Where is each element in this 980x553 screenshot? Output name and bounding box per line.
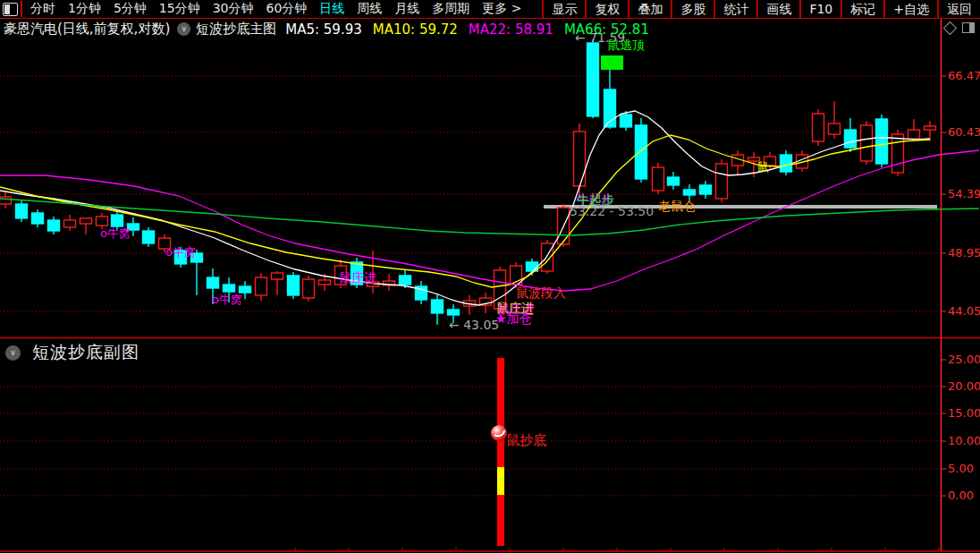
chevron-down-icon[interactable]: ∨	[177, 22, 190, 36]
window-icon[interactable]	[3, 3, 18, 16]
sub-chart-plot-area[interactable]	[0, 353, 941, 551]
y-axis-label: 60.43	[948, 125, 980, 139]
timeframe-nav: 分时1分钟5分钟15分钟30分钟60分钟日线周线月线多周期更多 >	[24, 1, 528, 17]
timeframe-item-月线[interactable]: 月线	[388, 1, 426, 17]
toolbar-button-显示[interactable]: 显示	[542, 0, 585, 18]
toolbar-button-画线[interactable]: 画线	[756, 0, 799, 18]
timeframe-item-60分钟[interactable]: 60分钟	[260, 1, 314, 17]
panel-layout-icon[interactable]	[962, 22, 975, 33]
main-chart-plot-area[interactable]	[0, 38, 941, 337]
window-icon-fill	[4, 4, 10, 14]
toolbar-button-复权[interactable]: 复权	[585, 0, 628, 18]
y-axis-label: 0.00	[948, 489, 974, 502]
chart-canvas: 66.4760.4354.3948.9544.05← 71.59鼠逃顶o牛窝o牛…	[0, 0, 980, 553]
timeframe-item-周线[interactable]: 周线	[351, 1, 388, 17]
y-axis-label: 48.95	[948, 246, 980, 259]
stock-title: 豪恩汽电(日线,前复权,对数)	[4, 21, 170, 38]
timeframe-item-5分钟[interactable]: 5分钟	[107, 1, 153, 17]
ma-label-MA22: MA22: 58.91	[469, 21, 553, 38]
y-axis-label: 54.39	[948, 187, 980, 200]
toolbar-button-标记[interactable]: 标记	[841, 0, 883, 18]
toolbar-button-统计[interactable]: 统计	[714, 0, 756, 18]
diamond-icon[interactable]	[943, 21, 958, 35]
toolbar-button-+自选[interactable]: +自选	[883, 0, 937, 18]
ma-values: MA5: 59.93MA10: 59.72MA22: 58.91MA66: 52…	[285, 21, 660, 38]
toolbar-actions: 显示复权叠加多股统计画线F10标记+自选返回	[542, 0, 980, 18]
timeframe-item-分时[interactable]: 分时	[24, 1, 62, 17]
title-row-icons	[945, 22, 975, 33]
ma-label-MA5: MA5: 59.93	[285, 21, 362, 38]
timeframe-item-日线[interactable]: 日线	[313, 1, 351, 17]
top-toolbar: 分时1分钟5分钟15分钟30分钟60分钟日线周线月线多周期更多 > 显示复权叠加…	[0, 0, 980, 19]
y-axis-label: 5.00	[948, 462, 974, 475]
y-axis-label: 20.00	[948, 379, 980, 393]
sub-panel-header: ∨ 短波抄底副图	[5, 341, 139, 364]
timeframe-item-30分钟[interactable]: 30分钟	[207, 1, 260, 17]
y-axis-label: 10.00	[948, 434, 980, 447]
chart-title-row: 豪恩汽电(日线,前复权,对数) ∨ 短波抄底主图 MA5: 59.93MA10:…	[4, 21, 660, 37]
toolbar-button-叠加[interactable]: 叠加	[628, 0, 671, 18]
y-axis-label: 25.00	[948, 353, 980, 366]
timeframe-item-15分钟[interactable]: 15分钟	[153, 1, 207, 17]
main-indicator-name: 短波抄底主图	[196, 21, 276, 38]
sub-indicator-name: 短波抄底副图	[32, 341, 139, 364]
y-axis-label: 15.00	[948, 406, 980, 420]
ma-label-MA10: MA10: 59.72	[373, 21, 458, 38]
ma-label-MA66: MA66: 52.81	[564, 21, 649, 38]
toolbar-button-F10[interactable]: F10	[799, 0, 841, 18]
toolbar-button-返回[interactable]: 返回	[937, 0, 980, 18]
chevron-down-icon[interactable]: ∨	[5, 345, 21, 361]
y-axis-label: 66.47	[948, 69, 980, 82]
y-axis-label: 44.05	[948, 304, 980, 318]
app-window: { "topbar": { "left_items": ["分时","1分钟",…	[0, 0, 980, 553]
timeframe-item-更多 >[interactable]: 更多 >	[476, 1, 528, 17]
timeframe-item-多周期[interactable]: 多周期	[426, 1, 476, 17]
toolbar-separator	[21, 1, 22, 17]
timeframe-item-1分钟[interactable]: 1分钟	[62, 1, 107, 17]
panel-layout-icon-fill	[969, 23, 974, 32]
toolbar-button-多股[interactable]: 多股	[671, 0, 714, 18]
